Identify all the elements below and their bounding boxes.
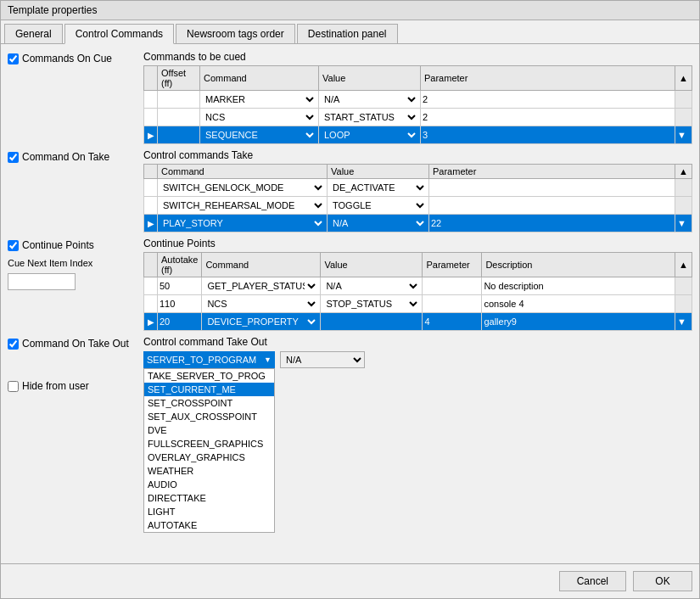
tab-newsroom-tags[interactable]: Newsroom tags order — [176, 24, 295, 43]
col-command-cp: Command — [202, 253, 321, 277]
row-autotake[interactable]: 50 — [158, 277, 202, 295]
tab-bar: General Control Commands Newsroom tags o… — [1, 20, 699, 44]
row-command[interactable]: GET_PLAYER_STATUS — [202, 277, 321, 295]
row-command[interactable]: SWITCH_GENLOCK_MODE — [158, 179, 328, 197]
take-out-value-select[interactable]: N/A — [280, 351, 365, 368]
continue-points-section: Continue Points Cue Next Item Index Cont… — [8, 238, 692, 331]
commands-on-cue-right: Commands to be cued Offset (ff) Command … — [143, 51, 692, 144]
col-arrow-cot — [144, 165, 158, 179]
list-item[interactable]: AUDIO — [144, 478, 274, 491]
col-autotake-cp: Autotake (ff) — [158, 253, 202, 277]
list-item[interactable]: SET_CURRENT_ME — [144, 383, 274, 396]
row-value[interactable]: DE_ACTIVATE — [328, 179, 429, 197]
table-row[interactable]: ▶ SEQUENCE LOOP 3 ▼ — [144, 126, 692, 144]
row-value[interactable]: N/A — [319, 91, 421, 109]
table-row[interactable]: ▶ 20 DEVICE_PROPERTY 4 gallery9 ▼ — [144, 313, 692, 331]
row-desc: No description — [482, 277, 675, 295]
row-param[interactable]: 22 — [429, 215, 675, 232]
table-row[interactable]: ▶ PLAY_STORY N/A 22 ▼ — [144, 215, 692, 232]
command-on-take-out-right: Control command Take Out SERVER_TO_PROGR… — [143, 336, 692, 368]
list-item[interactable]: FULLSCREEN_GRAPHICS — [144, 437, 274, 451]
command-on-take-table: Command Value Parameter ▲ SWITCH_GENLOCK… — [143, 164, 692, 232]
list-item[interactable]: AUTOTAKE — [144, 518, 274, 532]
commands-on-cue-checkbox[interactable] — [8, 53, 19, 64]
row-value[interactable] — [321, 313, 423, 331]
hide-from-user-checkbox[interactable] — [8, 381, 19, 392]
tab-general[interactable]: General — [4, 24, 63, 43]
row-autotake[interactable]: 110 — [158, 295, 202, 313]
content-area: Commands On Cue Commands to be cued Offs… — [1, 44, 699, 563]
row-param[interactable]: 2 — [421, 91, 675, 109]
tab-control-commands[interactable]: Control Commands — [64, 24, 174, 44]
list-item[interactable]: TAKE_SERVER_TO_PROG — [144, 369, 274, 383]
cancel-button[interactable]: Cancel — [559, 571, 626, 591]
col-desc-cp: Description — [482, 253, 675, 277]
col-scroll-cp: ▲ — [675, 253, 692, 277]
table-row[interactable]: 110 NCS STOP_STATUS console 4 — [144, 295, 692, 313]
row-command[interactable]: MARKER — [200, 91, 319, 109]
row-autotake[interactable]: 20 — [158, 313, 202, 331]
col-value-cp: Value — [321, 253, 423, 277]
row-command[interactable]: NCS — [200, 109, 319, 126]
command-on-take-out-check-group: Command On Take Out — [8, 336, 135, 350]
table-row[interactable]: MARKER N/A 2 — [144, 91, 692, 109]
row-offset[interactable] — [158, 109, 200, 126]
commands-on-cue-label[interactable]: Commands On Cue — [22, 53, 112, 64]
row-arrow — [144, 277, 158, 295]
table-row[interactable]: 50 GET_PLAYER_STATUS N/A No description — [144, 277, 692, 295]
row-command[interactable]: SWITCH_REHEARSAL_MODE — [158, 197, 328, 215]
command-on-take-label[interactable]: Command On Take — [22, 151, 109, 163]
row-param[interactable]: 3 — [421, 126, 675, 144]
table-row[interactable]: SWITCH_REHEARSAL_MODE TOGGLE — [144, 197, 692, 215]
row-offset[interactable] — [158, 126, 200, 144]
list-item[interactable]: DIRECTTAKE — [144, 491, 274, 505]
cue-next-input[interactable] — [8, 273, 76, 290]
command-dropdown[interactable]: SERVER_TO_PROGRAM ▼ — [143, 351, 275, 368]
row-command[interactable]: NCS — [202, 295, 321, 313]
list-item[interactable]: WEATHER — [144, 464, 274, 478]
command-on-take-out-label[interactable]: Command On Take Out — [22, 338, 129, 350]
row-arrow — [144, 179, 158, 197]
row-param[interactable]: 2 — [421, 109, 675, 126]
row-param[interactable] — [429, 197, 675, 215]
continue-points-label[interactable]: Continue Points — [22, 239, 94, 251]
row-value[interactable]: STOP_STATUS — [321, 295, 423, 313]
table-row[interactable]: NCS START_STATUS 2 — [144, 109, 692, 126]
table-row[interactable]: SWITCH_GENLOCK_MODE DE_ACTIVATE — [144, 179, 692, 197]
row-command[interactable]: DEVICE_PROPERTY — [202, 313, 321, 331]
row-offset[interactable] — [158, 91, 200, 109]
continue-points-checkbox[interactable] — [8, 240, 19, 251]
row-desc: gallery9 — [482, 313, 675, 331]
row-command[interactable]: SEQUENCE — [200, 126, 319, 144]
list-item[interactable]: DVE — [144, 423, 274, 437]
commands-on-cue-check-group: Commands On Cue — [8, 51, 135, 64]
command-on-take-out-checkbox[interactable] — [8, 339, 19, 350]
col-scroll-coc: ▲ — [675, 66, 692, 91]
row-param[interactable] — [423, 295, 482, 313]
command-on-take-section: Command On Take Control commands Take Co… — [8, 149, 692, 232]
col-param-cot: Parameter — [429, 165, 675, 179]
ok-button[interactable]: OK — [633, 571, 692, 591]
tab-destination-panel[interactable]: Destination panel — [297, 24, 398, 43]
row-value[interactable]: TOGGLE — [328, 197, 429, 215]
list-item[interactable]: SET_AUX_CROSSPOINT — [144, 410, 274, 423]
row-param[interactable]: 4 — [423, 313, 482, 331]
row-value[interactable]: N/A — [321, 277, 423, 295]
command-on-take-title: Control commands Take — [143, 149, 692, 161]
row-param[interactable] — [429, 179, 675, 197]
row-command[interactable]: PLAY_STORY — [158, 215, 328, 232]
row-arrow — [144, 295, 158, 313]
list-item[interactable]: LIGHT — [144, 505, 274, 518]
row-value[interactable]: N/A — [328, 215, 429, 232]
row-value[interactable]: START_STATUS — [319, 109, 421, 126]
col-scroll-cot: ▲ — [675, 165, 692, 179]
row-param[interactable] — [423, 277, 482, 295]
command-on-take-checkbox[interactable] — [8, 152, 19, 163]
list-item[interactable]: SET_CROSSPOINT — [144, 396, 274, 410]
row-arrow — [144, 109, 158, 126]
scroll-cell: ▼ — [675, 313, 692, 331]
row-value[interactable]: LOOP — [319, 126, 421, 144]
hide-from-user-label[interactable]: Hide from user — [22, 380, 89, 392]
list-item[interactable]: OVERLAY_GRAPHICS — [144, 451, 274, 464]
row-desc: console 4 — [482, 295, 675, 313]
